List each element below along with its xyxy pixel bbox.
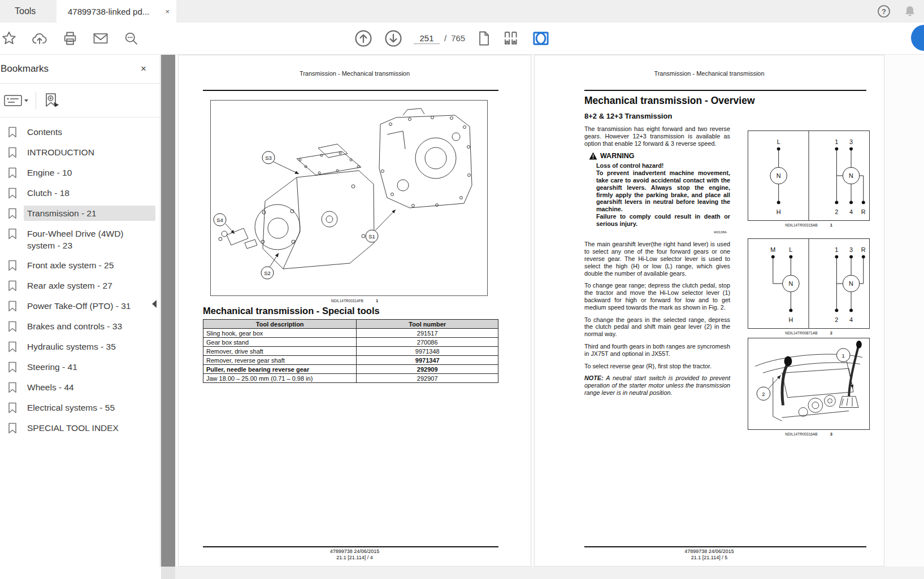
email-icon[interactable] [92, 31, 109, 46]
right-page-header: Transmission - Mechanical transmission [535, 70, 884, 77]
tool-number: 9971348 [357, 347, 498, 356]
bookmark-label: Brakes and controls - 33 [24, 319, 155, 334]
footer-doc-line: 47899738 24/06/2015 [535, 548, 884, 555]
svg-text:2: 2 [835, 316, 838, 323]
bookmark-item[interactable]: Power Take-Off (PTO) - 31 [0, 296, 160, 316]
notifications-bell-icon[interactable] [903, 4, 917, 19]
bookmark-icon [8, 167, 17, 181]
bookmark-label: Transmission - 21 [24, 206, 155, 221]
bookmark-item[interactable]: Four-Wheel Drive (4WD) system - 23 [0, 224, 160, 255]
svg-text:3: 3 [849, 138, 853, 145]
special-tools-table: Tool description Tool number Sling hook,… [203, 319, 498, 383]
bookmark-label: Clutch - 18 [24, 185, 155, 201]
document-viewport: Transmission - Mechanical transmission [175, 55, 924, 567]
tool-description: Remover, drive shaft [203, 347, 357, 356]
favorite-star-icon[interactable] [1, 31, 17, 46]
header-rule [203, 90, 498, 91]
thumbnails-view-icon[interactable] [502, 30, 520, 47]
right-page-footer: 47899738 24/06/2015 21.1 [21.114] / 5 [535, 548, 884, 561]
footer-page-line: 21.1 [21.114] / 4 [179, 555, 531, 561]
warning-heading: WARNING [589, 152, 730, 160]
body-paragraph: Third and fourth gears in both ranges ar… [584, 343, 730, 358]
left-page-footer: 47899738 24/06/2015 21.1 [21.114] / 4 [179, 548, 531, 561]
cloud-upload-icon[interactable] [31, 31, 48, 46]
body-paragraph: To select reverse gear (R), first stop t… [584, 363, 730, 370]
body-paragraph: To change gear range; depress the clutch… [584, 282, 730, 311]
bookmark-icon [8, 127, 17, 140]
sidebar-collapse-icon[interactable] [151, 299, 157, 311]
bookmark-item[interactable]: Engine - 10 [0, 163, 160, 183]
bookmark-label: INTRODUCTION [24, 145, 155, 160]
table-row: Sling hook, gear box 291517 [203, 329, 498, 338]
bookmark-item[interactable]: SPECIAL TOOL INDEX [0, 418, 160, 438]
tab-document[interactable]: 47899738-linked pd... × [57, 0, 176, 23]
svg-text:?: ? [882, 7, 886, 16]
bookmark-label: Steering - 41 [24, 359, 155, 375]
col-header-number: Tool number [357, 320, 498, 329]
footer-rule [203, 546, 498, 547]
pdf-page-left: Transmission - Mechanical transmission [178, 55, 531, 567]
section-title: Mechanical transmission - Special tools [203, 306, 380, 316]
svg-text:L: L [789, 246, 792, 253]
bookmark-item[interactable]: Clutch - 18 [0, 183, 160, 203]
bookmark-icon [8, 228, 17, 242]
warning-line: Failure to comply could result in death … [596, 213, 730, 228]
top-right-icons: ? [877, 0, 917, 23]
svg-text:N: N [849, 280, 853, 287]
bookmark-item[interactable]: INTRODUCTION [0, 142, 160, 163]
bookmark-icon [8, 362, 17, 375]
bookmark-icon [8, 402, 17, 416]
bookmark-item[interactable]: Hydraulic systems - 35 [0, 337, 160, 357]
svg-text:1: 1 [835, 246, 838, 253]
bookmark-label: Engine - 10 [24, 165, 155, 180]
bookmark-item[interactable]: Transmission - 21 [0, 203, 160, 224]
bookmark-item[interactable]: Contents [0, 122, 160, 142]
bookmark-item[interactable]: Brakes and controls - 33 [0, 316, 160, 337]
gear-levers-figure-3: 1 2 NDIL14TR00316AB3 [748, 338, 870, 437]
table-header-row: Tool description Tool number [203, 320, 498, 329]
figure-caption: NDIL14TR00871AB2 [748, 330, 870, 336]
tab-close-icon[interactable]: × [165, 7, 170, 16]
page-total: 765 [451, 33, 465, 43]
gearbox-figure: S3 S4 S2 S1 [210, 100, 488, 296]
footer-rule [584, 546, 866, 547]
scrollbar-corner [161, 567, 175, 579]
page-number-input[interactable] [414, 33, 440, 44]
tab-tools-label: Tools [15, 6, 36, 16]
warning-label: WARNING [600, 153, 634, 160]
single-page-view-icon[interactable] [476, 30, 492, 47]
bookmarks-close-icon[interactable]: × [141, 63, 146, 75]
bookmark-label: Rear axle system - 27 [24, 278, 155, 293]
svg-text:R: R [861, 208, 866, 215]
bookmark-icon [8, 301, 17, 314]
bookmark-item[interactable]: Front axle system - 25 [0, 255, 160, 276]
bookmark-item[interactable]: Steering - 41 [0, 357, 160, 377]
bookmark-label: SPECIAL TOOL INDEX [24, 420, 155, 436]
locate-current-bookmark-icon[interactable] [42, 92, 60, 109]
tab-tools[interactable]: Tools [0, 0, 36, 23]
figure-code: NDIL14TR00314FB [331, 299, 363, 303]
body-paragraph: To change the gears in the selected rang… [584, 316, 730, 338]
svg-text:1: 1 [835, 138, 838, 145]
tool-number: 291517 [357, 329, 498, 338]
bookmark-options-icon[interactable] [3, 93, 29, 108]
bookmark-item[interactable]: Wheels - 44 [0, 377, 160, 398]
svg-text:M: M [770, 246, 775, 253]
bookmark-item[interactable]: Electrical systems - 55 [0, 398, 160, 418]
bookmark-icon [8, 260, 17, 273]
bookmarks-header: Bookmarks × [0, 55, 160, 84]
help-icon[interactable]: ? [877, 4, 891, 19]
horizontal-scrollbar[interactable] [161, 567, 924, 579]
body-paragraphs: The main gearshift lever(the right hand … [584, 241, 730, 369]
print-icon[interactable] [62, 31, 78, 46]
search-icon[interactable] [123, 31, 139, 46]
toolbar-divider [36, 92, 36, 110]
two-page-view-icon[interactable] [531, 30, 550, 47]
svg-text:4: 4 [849, 316, 853, 323]
transmission-subtitle: 8+2 & 12+3 Transmission [584, 112, 672, 120]
note-paragraph: NOTE: A neutral start switch is provided… [584, 375, 730, 396]
next-page-icon[interactable] [384, 29, 403, 48]
previous-page-icon[interactable] [354, 29, 373, 48]
figure-number: 1 [376, 298, 378, 303]
bookmark-item[interactable]: Rear axle system - 27 [0, 276, 160, 296]
